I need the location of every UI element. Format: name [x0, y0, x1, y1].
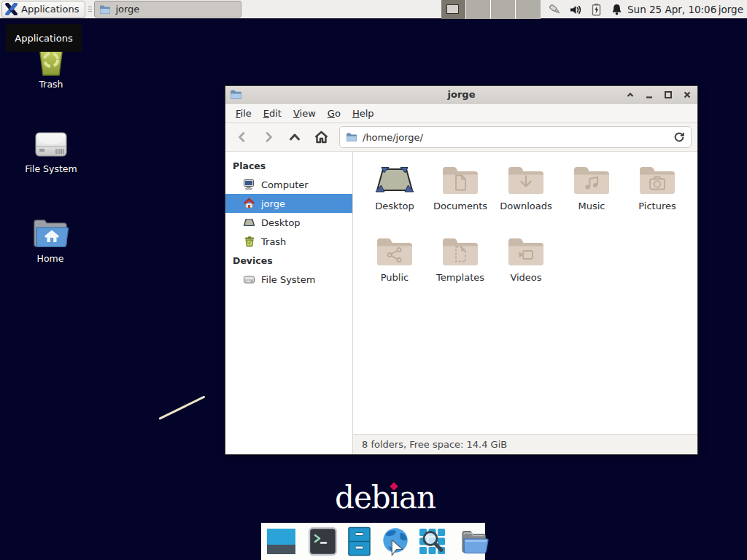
home-button[interactable]	[310, 127, 332, 147]
dock-terminal[interactable]	[307, 526, 338, 557]
dock-files-folder[interactable]	[458, 526, 489, 557]
user-home-icon	[243, 198, 255, 209]
menu-edit[interactable]: Edit	[258, 106, 287, 121]
folder-item-documents[interactable]: Documents	[427, 162, 493, 229]
folder-item-label: Music	[578, 201, 605, 211]
tooltip-text: Applications	[15, 33, 72, 44]
sidebar-item-computer[interactable]: Computer	[225, 175, 352, 194]
applications-tooltip: Applications	[6, 24, 82, 52]
logo-text-left: deb	[335, 480, 390, 516]
status-bar: 8 folders, Free space: 14.4 GiB	[353, 434, 697, 454]
desktop-icon-file-system[interactable]: File System	[13, 122, 89, 174]
folder-item-label: Templates	[436, 272, 484, 283]
folder-item-label: Videos	[510, 272, 541, 283]
folder-item-desktop[interactable]: Desktop	[362, 162, 427, 229]
menu-help[interactable]: Help	[347, 106, 380, 121]
sidebar-item-label: Computer	[261, 179, 309, 190]
up-button[interactable]	[284, 127, 306, 147]
folder-item-downloads[interactable]: Downloads	[493, 162, 559, 229]
xfce-menu-icon	[5, 3, 18, 15]
folder-icon-camera	[638, 162, 676, 195]
sidebar-item-desktop[interactable]: Desktop	[225, 213, 352, 232]
path-text[interactable]: /home/jorge/	[363, 132, 668, 143]
location-bar[interactable]: /home/jorge/	[339, 126, 692, 148]
dock-web-browser[interactable]	[380, 526, 411, 557]
folder-item-music[interactable]: Music	[559, 162, 624, 229]
folder-icon-view[interactable]: Desktop Documents Downloads Music Pictur…	[353, 152, 697, 434]
menu-file[interactable]: File	[230, 106, 258, 121]
launcher-dock	[261, 523, 485, 560]
folder-item-public[interactable]: Public	[362, 233, 427, 300]
folder-item-label: Desktop	[375, 201, 414, 211]
trash-icon	[243, 236, 255, 247]
folder-icon-share	[376, 233, 414, 267]
status-text: 8 folders, Free space: 14.4 GiB	[362, 439, 507, 450]
close-button[interactable]	[681, 89, 693, 101]
back-button[interactable]	[231, 127, 253, 147]
logo-red-diamond	[390, 482, 398, 490]
desktop-icon	[243, 217, 255, 228]
folder-item-templates[interactable]: Templates	[427, 233, 493, 300]
sidebar-item-jorge[interactable]: jorge	[225, 194, 352, 213]
folder-icon-document	[441, 162, 479, 195]
maximize-button[interactable]	[662, 89, 674, 101]
notifications-icon[interactable]	[610, 3, 624, 17]
minimize-button[interactable]	[643, 89, 655, 101]
taskbar-window-title: jorge	[115, 4, 139, 15]
workspace-window-preview	[446, 4, 459, 14]
folder-icon-music	[573, 162, 611, 195]
applications-menu-label: Applications	[21, 4, 79, 15]
filesystem-desktop-icon	[34, 122, 69, 160]
volume-icon[interactable]	[569, 3, 583, 17]
folder-icon-video	[507, 233, 545, 267]
dock-application-finder[interactable]	[417, 526, 448, 557]
folder-icon-download	[507, 162, 545, 195]
folder-window-icon	[99, 4, 111, 15]
debian-desktop: { "panel": { "applications_label": "Appl…	[0, 0, 747, 560]
panel-separator-handle	[87, 4, 93, 15]
sidebar-item-trash[interactable]: Trash	[225, 232, 352, 251]
window-folder-icon	[230, 89, 243, 101]
top-panel: Applications jorge Sun 25 Apr, 10:06 jor…	[0, 0, 747, 19]
desktop-stray-mark	[158, 395, 205, 419]
workspace-cell-3[interactable]	[491, 0, 516, 19]
dock-file-cabinet[interactable]	[344, 526, 375, 557]
logo-text-right: an	[399, 480, 436, 516]
home-desktop-icon	[31, 212, 69, 250]
logo-letter-i: ı	[390, 483, 399, 513]
menu-view[interactable]: View	[287, 106, 322, 121]
sidebar-item-label: jorge	[261, 198, 285, 209]
forward-button[interactable]	[258, 127, 279, 147]
window-titlebar[interactable]: jorge	[225, 86, 697, 104]
applications-menu-button[interactable]: Applications	[1, 1, 85, 18]
workspace-cell-1[interactable]	[441, 0, 466, 19]
drive-icon	[243, 273, 255, 285]
workspace-cell-2[interactable]	[466, 0, 491, 19]
desktop-icon-label: Trash	[39, 79, 63, 90]
desktop-icon-label: File System	[25, 163, 77, 174]
sidebar: PlacesComputerjorgeDesktopTrashDevicesFi…	[225, 152, 353, 454]
dock-show-desktop[interactable]	[266, 526, 297, 557]
path-folder-icon	[346, 132, 357, 142]
menu-go[interactable]: Go	[322, 106, 347, 121]
folder-item-videos[interactable]: Videos	[493, 233, 559, 300]
taskbar-window-button[interactable]: jorge	[94, 1, 241, 18]
main-column: Desktop Documents Downloads Music Pictur…	[353, 152, 697, 454]
removable-device-icon[interactable]	[549, 3, 562, 17]
system-tray	[549, 0, 624, 19]
sidebar-item-file-system[interactable]: File System	[225, 270, 352, 289]
file-manager-window: jorge FileEditViewGoHelp	[225, 85, 698, 455]
desktop-icon-home[interactable]: Home	[12, 212, 88, 264]
folder-item-pictures[interactable]: Pictures	[624, 162, 690, 229]
battery-icon[interactable]	[589, 3, 603, 17]
panel-username: jorge	[719, 0, 743, 19]
computer-icon	[243, 179, 255, 190]
sidebar-item-label: File System	[261, 274, 315, 285]
folder-item-label: Downloads	[500, 201, 551, 211]
panel-clock[interactable]: Sun 25 Apr, 10:06	[627, 0, 716, 19]
reload-icon[interactable]	[673, 131, 685, 143]
desktop-pad-icon	[375, 162, 414, 195]
shade-button[interactable]	[624, 89, 636, 101]
sidebar-item-label: Desktop	[261, 217, 301, 228]
workspace-cell-4[interactable]	[516, 0, 541, 19]
